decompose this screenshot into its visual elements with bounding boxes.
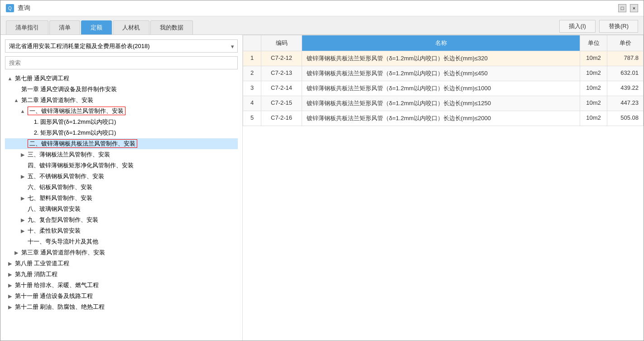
cell-code: C7-2-14 bbox=[261, 81, 302, 96]
cell-num: 2 bbox=[243, 66, 261, 81]
expand-icon-vol10: ▶ bbox=[7, 283, 13, 288]
tree-label-vol12: 第十二册 刷油、防腐蚀、绝热工程 bbox=[15, 303, 105, 310]
table-row[interactable]: 1 C7-2-12 镀锌薄钢板共板法兰矩形风管（δ=1.2mm以内咬口）长边长(… bbox=[243, 51, 644, 66]
tree-item-sec2[interactable]: 二、镀锌薄钢板共板法兰风管制作、安装 bbox=[5, 138, 238, 149]
tree-item-sec1-2[interactable]: 2. 矩形风管(δ=1.2mm以内咬口) bbox=[5, 127, 238, 138]
title-bar-left: Q 查询 bbox=[6, 4, 30, 12]
tree-label-sec10: 十、柔性软风管安装 bbox=[28, 227, 81, 234]
tree-label-vol8: 第八册 工业管道工程 bbox=[15, 260, 70, 267]
tree-item-vol9[interactable]: ▶ 第九册 消防工程 bbox=[5, 269, 238, 280]
tree-item-ch1[interactable]: 第一章 通风空调设备及部件制作安装 bbox=[5, 84, 238, 95]
tree-container: ▲ 第七册 通风空调工程 第一章 通风空调设备及部件制作安装 ▲ 第二章 通风管… bbox=[5, 73, 238, 336]
tree-item-sec10[interactable]: ▶ 十、柔性软风管安装 bbox=[5, 225, 238, 236]
dropdown-wrapper: 湖北省通用安装工程消耗量定额及全费用基价表(2018) ▾ bbox=[5, 39, 238, 53]
tab-qingdan-zhiyin[interactable]: 清单指引 bbox=[6, 20, 48, 34]
expand-icon-sec10: ▶ bbox=[19, 228, 26, 234]
cell-unit: 10m2 bbox=[580, 51, 607, 66]
tree-label-sec2: 二、镀锌薄钢板共板法兰风管制作、安装 bbox=[28, 139, 137, 148]
tree-label-ch1: 第一章 通风空调设备及部件制作安装 bbox=[21, 86, 117, 93]
cell-name: 镀锌薄钢板共板法兰矩形风管（δ=1.2mm以内咬口）长边长(mm)≤2000 bbox=[302, 111, 580, 126]
cell-num: 5 bbox=[243, 111, 261, 126]
tree-item-sec6[interactable]: 六、铝板风管制作、安装 bbox=[5, 182, 238, 193]
expand-icon-ch3: ▶ bbox=[13, 250, 19, 256]
tree-label-sec4: 四、镀锌薄钢板矩形净化风管制作、安装 bbox=[28, 162, 134, 169]
cell-unit: 10m2 bbox=[580, 111, 607, 126]
table-row[interactable]: 5 C7-2-16 镀锌薄钢板共板法兰矩形风管（δ=1.2mm以内咬口）长边长(… bbox=[243, 111, 644, 126]
tree-item-sec1[interactable]: ▲ 一、镀锌薄钢板法兰风管制作、安装 bbox=[5, 106, 238, 117]
tab-dinge[interactable]: 定额 bbox=[81, 20, 112, 34]
cell-price: 787.8 bbox=[607, 51, 644, 66]
expand-icon-vol9: ▶ bbox=[7, 272, 13, 278]
tab-wode-shuju[interactable]: 我的数据 bbox=[150, 20, 193, 34]
expand-icon-ch2: ▲ bbox=[13, 97, 19, 103]
tree-label-sec1: 一、镀锌薄钢板法兰风管制作、安装 bbox=[28, 107, 125, 115]
tree-label-ch2: 第二章 通风管道制作、安装 bbox=[21, 97, 94, 103]
expand-icon-sec7: ▶ bbox=[19, 195, 26, 201]
tree-label-sec6: 六、铝板风管制作、安装 bbox=[28, 184, 92, 190]
tree-item-vol12[interactable]: ▶ 第十二册 刷油、防腐蚀、绝热工程 bbox=[5, 302, 238, 312]
expand-icon-sec6 bbox=[19, 185, 26, 190]
close-button[interactable]: × bbox=[630, 4, 638, 12]
cell-unit: 10m2 bbox=[580, 96, 607, 111]
cell-code: C7-2-16 bbox=[261, 111, 302, 126]
col-header-code: 编码 bbox=[261, 35, 302, 51]
tab-qingdan[interactable]: 清单 bbox=[49, 20, 80, 34]
expand-icon-sec11 bbox=[19, 239, 26, 244]
tree-item-sec3[interactable]: ▶ 三、薄钢板法兰风管制作、安装 bbox=[5, 149, 238, 160]
expand-icon-vol8: ▶ bbox=[7, 261, 13, 267]
replace-button[interactable]: 替换(R) bbox=[599, 20, 638, 33]
col-header-unit: 单位 bbox=[580, 35, 607, 51]
tree-item-vol11[interactable]: ▶ 第十一册 通信设备及线路工程 bbox=[5, 291, 238, 302]
tree-label-sec9: 九、复合型风管制作、安装 bbox=[28, 216, 98, 223]
table-row[interactable]: 3 C7-2-14 镀锌薄钢板共板法兰矩形风管（δ=1.2mm以内咬口）长边长(… bbox=[243, 81, 644, 96]
tree-item-sec8[interactable]: 八、玻璃钢风管安装 bbox=[5, 204, 238, 214]
tree-item-sec11[interactable]: 十一、弯头导流叶片及其他 bbox=[5, 236, 238, 247]
left-panel: 湖北省通用安装工程消耗量定额及全费用基价表(2018) ▾ ▲ 第七册 通风空调… bbox=[0, 35, 243, 341]
expand-icon-sec1-1 bbox=[26, 119, 32, 125]
cell-num: 4 bbox=[243, 96, 261, 111]
tree-label-vol11: 第十一册 通信设备及线路工程 bbox=[15, 292, 93, 299]
tree-item-sec7[interactable]: ▶ 七、塑料风管制作、安装 bbox=[5, 193, 238, 204]
expand-icon-sec8 bbox=[19, 206, 26, 212]
expand-icon-sec2 bbox=[19, 141, 26, 146]
tree-item-vol10[interactable]: ▶ 第十册 给排水、采暖、燃气工程 bbox=[5, 280, 238, 291]
cell-price: 632.01 bbox=[607, 66, 644, 81]
tree-label-ch3: 第三章 通风管道部件制作、安装 bbox=[21, 249, 106, 256]
tree-item-ch3[interactable]: ▶ 第三章 通风管道部件制作、安装 bbox=[5, 247, 238, 258]
cell-code: C7-2-13 bbox=[261, 66, 302, 81]
cell-code: C7-2-12 bbox=[261, 51, 302, 66]
tree-item-ch2[interactable]: ▲ 第二章 通风管道制作、安装 bbox=[5, 95, 238, 106]
col-header-name: 名称 bbox=[302, 35, 580, 51]
col-header-price: 单价 bbox=[607, 35, 644, 51]
tree-item-vol8[interactable]: ▶ 第八册 工业管道工程 bbox=[5, 258, 238, 269]
expand-icon-sec1-2 bbox=[26, 130, 32, 136]
minimize-button[interactable]: □ bbox=[618, 4, 626, 12]
tree-item-sec1-1[interactable]: 1. 圆形风管(δ=1.2mm以内咬口) bbox=[5, 117, 238, 127]
window-icon: Q bbox=[6, 4, 14, 12]
table-row[interactable]: 2 C7-2-13 镀锌薄钢板共板法兰矩形风管（δ=1.2mm以内咬口）长边长(… bbox=[243, 66, 644, 81]
tree-label-sec11: 十一、弯头导流叶片及其他 bbox=[28, 238, 98, 245]
right-panel: 编码 名称 单位 单价 1 C7-2-12 镀锌薄钢板共板法兰矩形风管（δ=1.… bbox=[243, 35, 644, 341]
tree-item-sec4[interactable]: 四、镀锌薄钢板矩形净化风管制作、安装 bbox=[5, 160, 238, 171]
table-row[interactable]: 4 C7-2-15 镀锌薄钢板共板法兰矩形风管（δ=1.2mm以内咬口）长边长(… bbox=[243, 96, 644, 111]
cell-price: 447.23 bbox=[607, 96, 644, 111]
tree-item-vol7[interactable]: ▲ 第七册 通风空调工程 bbox=[5, 73, 238, 84]
expand-icon-sec9: ▶ bbox=[19, 217, 26, 223]
tree-label-sec5: 五、不锈钢板风管制作、安装 bbox=[28, 173, 104, 180]
search-input[interactable] bbox=[5, 56, 238, 69]
tree-item-sec9[interactable]: ▶ 九、复合型风管制作、安装 bbox=[5, 214, 238, 225]
quota-dropdown[interactable]: 湖北省通用安装工程消耗量定额及全费用基价表(2018) bbox=[5, 39, 238, 53]
tree-item-sec5[interactable]: ▶ 五、不锈钢板风管制作、安装 bbox=[5, 171, 238, 182]
tree-label-sec7: 七、塑料风管制作、安装 bbox=[28, 195, 92, 201]
cell-name: 镀锌薄钢板共板法兰矩形风管（δ=1.2mm以内咬口）长边长(mm)≤1000 bbox=[302, 81, 580, 96]
col-header-num bbox=[243, 35, 261, 51]
main-content: 湖北省通用安装工程消耗量定额及全费用基价表(2018) ▾ ▲ 第七册 通风空调… bbox=[0, 35, 644, 341]
tree-label-sec1-1: 1. 圆形风管(δ=1.2mm以内咬口) bbox=[34, 118, 116, 125]
insert-button[interactable]: 插入(I) bbox=[559, 20, 596, 33]
tab-rencaiji[interactable]: 人材机 bbox=[113, 20, 149, 34]
cell-price: 439.22 bbox=[607, 81, 644, 96]
data-table: 编码 名称 单位 单价 1 C7-2-12 镀锌薄钢板共板法兰矩形风管（δ=1.… bbox=[243, 35, 644, 126]
expand-icon-vol7: ▲ bbox=[7, 76, 13, 81]
tree-label-vol9: 第九册 消防工程 bbox=[15, 271, 58, 278]
cell-unit: 10m2 bbox=[580, 66, 607, 81]
